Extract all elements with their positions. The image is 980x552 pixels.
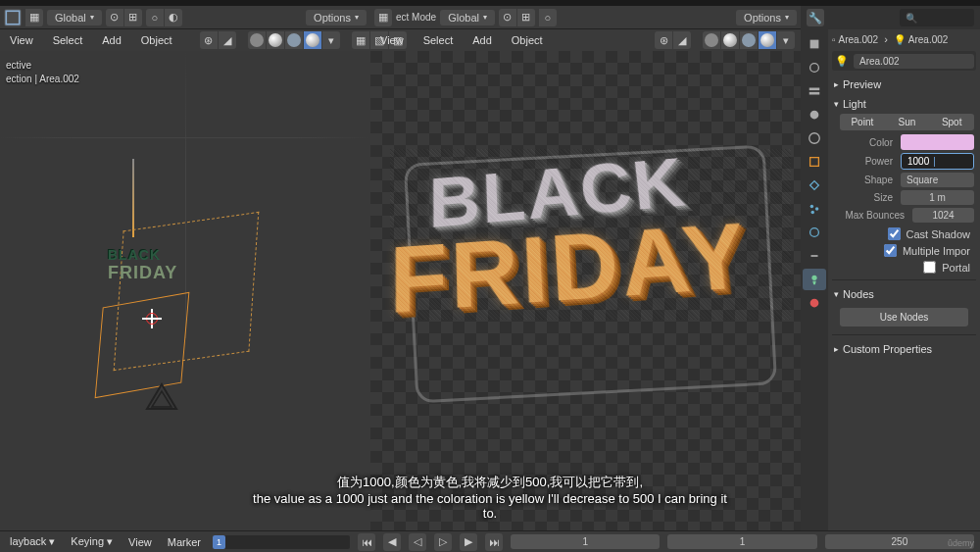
jump-start-icon[interactable]: ⏮ [358,533,375,551]
power-input[interactable]: 1000| [901,153,974,170]
rendered-icon-r[interactable] [759,31,776,49]
svg-point-14 [811,276,816,280]
viewport-3d-left[interactable]: ective ection | Area.002 BLACK FRIDAY [0,51,370,530]
bounces-input[interactable]: 1024 [912,208,974,223]
frame-start[interactable]: 1 [667,534,816,549]
tab-output[interactable] [803,57,826,78]
section-light[interactable]: Light [832,94,976,114]
solid-icon-r[interactable] [721,31,739,49]
overlay-icon[interactable]: ◢ [219,31,236,49]
marker-menu[interactable]: Marker [164,534,205,550]
section-custom[interactable]: Custom Properties [832,339,976,359]
search-field[interactable] [900,9,975,26]
wireframe-icon[interactable] [248,31,266,49]
view-menu[interactable]: View [6,32,37,48]
rendered-icon[interactable] [304,31,321,49]
frame-current[interactable]: 1 [511,534,660,549]
jump-end-icon[interactable]: ⏭ [485,533,503,551]
orientation-dropdown-right[interactable]: Global [440,10,495,25]
current-frame-indicator[interactable]: 1 [213,535,225,549]
row-cast-shadow: Cast Shadow [840,226,974,242]
select-menu-r[interactable]: Select [419,32,458,48]
tab-physics[interactable] [803,222,826,243]
prop-falloff-icon[interactable]: ◐ [165,9,182,26]
tab-modifiers[interactable] [803,175,826,196]
light-type-spot[interactable]: Spot [929,114,974,130]
snap-icon[interactable]: ⊙ [106,9,123,26]
prop-edit-icon[interactable]: ○ [146,9,164,26]
datablock-selector[interactable]: 💡 Area.002 [832,51,976,71]
wrench-icon[interactable]: 🔧 [807,9,824,26]
options-dropdown-left[interactable]: Options [306,10,367,25]
color-swatch[interactable] [901,134,974,150]
solid-icon[interactable] [267,31,284,49]
vis1-icon[interactable]: ▦ [352,31,369,49]
select-menu[interactable]: Select [49,32,87,48]
multiple-imp-checkbox[interactable] [884,244,897,257]
shape-dropdown[interactable]: Square [901,173,974,187]
wireframe-icon-r[interactable] [703,31,720,49]
light-type-sun[interactable]: Sun [885,114,930,130]
keying-menu[interactable]: Keying ▾ [67,533,117,550]
play-icon[interactable]: ▷ [434,533,452,551]
cast-shadow-checkbox[interactable] [888,227,901,240]
add-menu-r[interactable]: Add [468,32,496,48]
tab-render[interactable] [803,33,826,55]
svg-point-12 [811,211,815,215]
row-portal: Portal [840,259,974,276]
use-nodes-button[interactable]: Use Nodes [840,308,968,326]
object-menu-r[interactable]: Object [508,32,547,48]
orientation-dropdown-left[interactable]: Global [47,10,102,25]
timeline-view-menu[interactable]: View [124,534,156,550]
gimbal-icon-r[interactable]: ⊛ [655,31,672,49]
snap-target-icon[interactable]: ⊞ [124,9,142,26]
nav-gizmo-left[interactable] [337,57,365,84]
timeline-bar: layback ▾ Keying ▾ View Marker 1 ⏮ ◀ ◁ ▷… [0,530,980,552]
breadcrumb-data[interactable]: 💡 Area.002 [894,33,949,45]
cube-icon[interactable]: ▦ [25,9,43,26]
tab-particles[interactable] [803,198,826,220]
size-input[interactable]: 1 m [901,190,974,205]
snap-target-icon-r[interactable]: ⊞ [517,9,535,26]
tab-viewlayer[interactable] [803,80,826,102]
matprev-icon-r[interactable] [740,31,758,49]
section-nodes[interactable]: Nodes [832,284,976,304]
viewport-3d-right[interactable]: BLACK FRIDAY [370,51,801,530]
play-rev-icon[interactable]: ◁ [409,533,426,551]
camera-gizmo[interactable] [142,379,181,419]
datablock-name[interactable]: Area.002 [854,54,974,69]
tab-data-light[interactable] [803,269,826,290]
shading-dropdown-icon-r[interactable]: ▾ [777,31,795,49]
svg-rect-3 [810,40,819,49]
section-preview[interactable]: Preview [832,75,976,94]
object-menu[interactable]: Object [137,32,176,48]
overlay-icon-r[interactable]: ◢ [673,31,691,49]
text-mesh-wireframe[interactable]: BLACK FRIDAY [108,247,177,283]
snap-icon-r[interactable]: ⊙ [499,9,516,26]
tab-world[interactable] [803,127,826,149]
shading-dropdown-icon[interactable]: ▾ [322,31,340,49]
view-menu-r[interactable]: View [376,32,408,48]
light-type-point[interactable]: Point [840,114,885,130]
editor-type-icon-r[interactable]: ▦ [374,9,392,26]
tab-material[interactable] [803,292,826,314]
add-menu[interactable]: Add [98,32,125,48]
breadcrumb-obj[interactable]: ▫ Area.002 [832,33,878,45]
portal-checkbox[interactable] [923,261,936,274]
timeline-track[interactable]: 1 [213,535,350,549]
next-key-icon[interactable]: ▶ [460,533,477,551]
nav-gizmo-right[interactable] [374,57,402,84]
playback-menu[interactable]: layback ▾ [6,533,59,550]
matprev-icon[interactable] [285,31,303,49]
svg-point-7 [810,111,819,120]
options-dropdown-right[interactable]: Options [736,10,797,25]
tab-constraints[interactable] [803,245,826,267]
tab-object[interactable] [803,151,826,173]
svg-point-8 [809,133,820,144]
prev-key-icon[interactable]: ◀ [383,533,401,551]
tab-scene[interactable] [803,104,826,125]
gimbal-icon[interactable]: ⊛ [200,31,218,49]
overlays-right: ⊛ ◢ [655,31,691,49]
prop-edit-icon-r[interactable]: ○ [539,9,557,26]
editor-type-icon[interactable] [4,9,22,26]
